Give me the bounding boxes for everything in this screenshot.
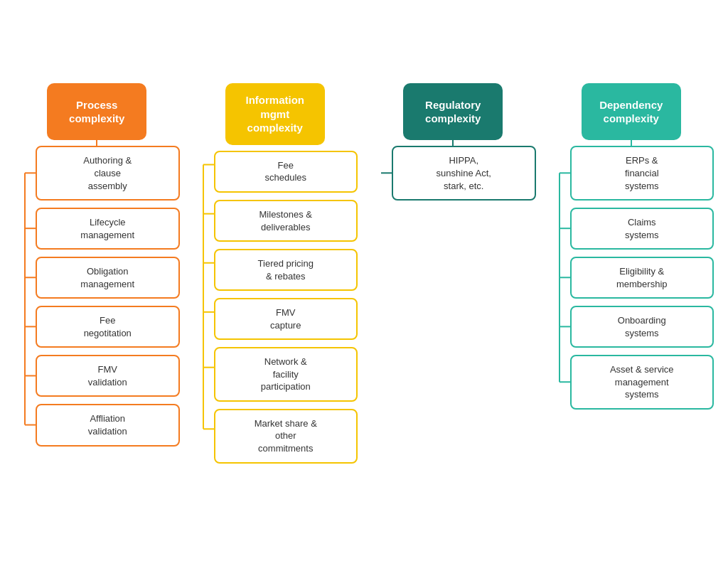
item-regulatory-0: HIPPA,sunshine Act,stark, etc. <box>392 146 536 201</box>
svg-lines-regulatory <box>370 146 392 215</box>
tree-dependency: ERPs &financialsystemsClaimssystemsEligi… <box>549 146 714 424</box>
header-regulatory: Regulatorycomplexity <box>403 83 503 140</box>
item-dependency-4: Asset & servicemanagementsystems <box>570 355 714 410</box>
item-dependency-1: Claimssystems <box>570 208 714 250</box>
connector-svg-regulatory <box>370 146 392 215</box>
header-connector-dependency <box>631 140 632 146</box>
item-process-5: Affliationvalidation <box>36 404 180 446</box>
item-infomgmt-1: Milestones &deliverables <box>214 200 358 242</box>
connector-svg-dependency <box>549 146 570 424</box>
item-process-0: Authoring &clauseassembly <box>36 146 180 201</box>
svg-lines-process <box>14 146 36 460</box>
item-infomgmt-5: Market share &othercommitments <box>214 409 358 464</box>
header-connector-regulatory <box>452 140 454 146</box>
svg-lines-infomgmt <box>193 151 214 478</box>
item-process-1: Lifecyclemanagement <box>36 208 180 250</box>
header-process: Processcomplexity <box>47 83 146 140</box>
column-dependency: DependencycomplexityERPs &financialsyste… <box>549 83 714 424</box>
items-infomgmt: FeeschedulesMilestones &deliverablesTier… <box>214 151 358 478</box>
items-regulatory: HIPPA,sunshine Act,stark, etc. <box>392 146 536 215</box>
tree-process: Authoring &clauseassemblyLifecyclemanage… <box>14 146 180 460</box>
item-infomgmt-2: Tiered pricing& rebates <box>214 249 358 291</box>
item-process-2: Obligationmanagement <box>36 257 180 299</box>
header-dependency: Dependencycomplexity <box>582 83 681 140</box>
item-process-3: Feenegotitation <box>36 306 180 348</box>
diagram: ProcesscomplexityAuthoring &clauseassemb… <box>0 62 728 498</box>
items-dependency: ERPs &financialsystemsClaimssystemsEligi… <box>570 146 714 424</box>
item-dependency-2: Eligibility &membership <box>570 257 714 299</box>
column-regulatory: RegulatorycomplexityHIPPA,sunshine Act,s… <box>370 83 536 215</box>
column-infomgmt: InformationmgmtcomplexityFeeschedulesMil… <box>193 83 358 477</box>
item-dependency-3: Onboardingsystems <box>570 306 714 348</box>
column-process: ProcesscomplexityAuthoring &clauseassemb… <box>14 83 180 460</box>
connector-svg-infomgmt <box>193 151 214 478</box>
item-infomgmt-0: Feeschedules <box>214 151 358 193</box>
item-dependency-0: ERPs &financialsystems <box>570 146 714 201</box>
item-process-4: FMVvalidation <box>36 355 180 397</box>
tree-infomgmt: FeeschedulesMilestones &deliverablesTier… <box>193 151 358 478</box>
header-connector-process <box>96 140 97 146</box>
tree-regulatory: HIPPA,sunshine Act,stark, etc. <box>370 146 536 215</box>
header-infomgmt: Informationmgmtcomplexity <box>225 83 325 145</box>
connector-svg-process <box>14 146 36 460</box>
item-infomgmt-4: Network &facilityparticipation <box>214 347 358 402</box>
svg-lines-dependency <box>549 146 570 424</box>
item-infomgmt-3: FMVcapture <box>214 298 358 340</box>
items-process: Authoring &clauseassemblyLifecyclemanage… <box>36 146 180 460</box>
